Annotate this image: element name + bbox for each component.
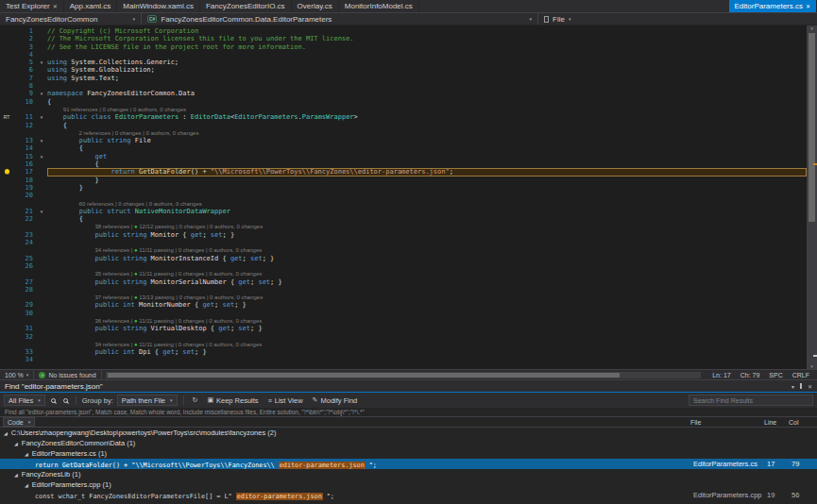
quick-actions-lightbulb-icon[interactable] (0, 168, 13, 176)
zoom-control[interactable]: 100 % ▾ (0, 370, 34, 379)
tracking-badge[interactable]: RT (0, 113, 13, 121)
scope-dropdown[interactable]: All Files ▾ (4, 395, 45, 406)
code-text[interactable]: { (47, 160, 807, 168)
codelens-text[interactable]: 34 references | ● 11/11 passing | 0 chan… (47, 246, 807, 254)
code-text[interactable]: public string MonitorInstanceId { get; s… (47, 255, 807, 262)
code-text[interactable]: using System.Collections.Generic; (47, 59, 807, 66)
list-view-button[interactable]: ≡ List View (265, 395, 306, 406)
find-result-row[interactable]: ◢FancyZonesEditorCommon\Data (1) (0, 438, 817, 448)
code-line: 12 { (0, 122, 807, 129)
find-result-row[interactable]: ◢EditorParameters.cpp (1) (0, 479, 817, 490)
modify-find-button[interactable]: ✎ Modify Find (310, 395, 361, 406)
tab-app-xaml-cs[interactable]: App.xaml.cs (64, 0, 118, 12)
code-text[interactable]: public string File (47, 137, 807, 144)
find-panel-header[interactable]: Find "editor-parameters.json" ▾ ✕ (0, 380, 817, 393)
codelens-text[interactable]: 60 references | 0 changes | 0 authors, 0… (47, 200, 807, 208)
code-editor[interactable]: 1// Copyright (c) Microsoft Corporation2… (0, 25, 817, 369)
code-token: class (91, 113, 111, 121)
fold-arrow-icon[interactable]: ▾ (36, 137, 47, 144)
keep-results-button[interactable]: ▣ Keep Results (204, 395, 261, 406)
code-text[interactable]: using System.Globalization; (47, 66, 807, 74)
codelens-text[interactable]: 91 references | 0 changes | 0 authors, 0… (47, 106, 807, 113)
modify-find-label: Modify Find (320, 396, 357, 405)
code-text[interactable]: public int Dpi { get; set; } (47, 348, 807, 356)
expand-arrow-icon[interactable]: ◢ (14, 441, 18, 446)
project-dropdown[interactable]: FancyZonesEditorCommon ▾ (0, 13, 142, 25)
vertical-scrollbar[interactable]: ▾ ▾ (807, 25, 817, 369)
search-find-results-input[interactable] (689, 395, 813, 406)
expand-arrow-icon[interactable]: ◢ (25, 482, 28, 488)
tab-close-icon[interactable]: ✕ (53, 3, 58, 9)
line-number: 14 (13, 144, 36, 152)
code-line: 1// Copyright (c) Microsoft Corporation (0, 27, 807, 35)
toolbar-separator (183, 395, 184, 405)
codelens-text[interactable]: 35 references | ● 11/11 passing | 0 chan… (47, 270, 807, 277)
fold-arrow-icon[interactable]: ▾ (36, 113, 47, 121)
fold-arrow-icon[interactable]: ▾ (36, 153, 47, 160)
tab-monitorinfomodel-cs[interactable]: MonitorInfoModel.cs (339, 0, 419, 12)
horizontal-scrollbar[interactable] (106, 372, 702, 378)
tab-close-icon[interactable]: ✕ (806, 3, 810, 9)
code-text[interactable]: public class EditorParameters : EditorDa… (47, 113, 807, 121)
find-result-row[interactable]: const wchar_t FancyZonesEditorParameters… (0, 490, 817, 500)
code-text[interactable]: public string Monitor { get; set; } (47, 231, 807, 239)
code-text[interactable]: using System.Text; (47, 75, 807, 82)
vertical-scrollbar-thumb[interactable] (808, 33, 815, 222)
column-header-col[interactable]: Col (789, 419, 814, 426)
code-text[interactable]: } (47, 184, 807, 192)
code-text[interactable]: // Copyright (c) Microsoft Corporation (47, 27, 807, 35)
member-dropdown[interactable]: File ▾ (538, 13, 817, 25)
code-area[interactable]: 1// Copyright (c) Microsoft Corporation2… (0, 25, 807, 369)
codelens-text[interactable]: 36 references | ● 11/11 passing | 0 chan… (47, 317, 807, 325)
tab-editorparameters-cs[interactable]: EditorParameters.cs ✕ (729, 0, 817, 12)
fold-arrow-icon[interactable]: ▾ (36, 90, 47, 97)
horizontal-scrollbar-thumb[interactable] (108, 373, 620, 378)
fold-arrow-icon[interactable]: ▾ (36, 59, 47, 66)
type-dropdown[interactable]: C# FancyZonesEditorCommon.Data.EditorPar… (142, 13, 538, 25)
codelens-text[interactable]: 38 references | ● 12/12 passing | 0 chan… (47, 223, 807, 230)
code-text[interactable]: namespace FancyZonesEditorCommon.Data (47, 90, 807, 97)
scrollbar-up-arrow-icon[interactable]: ▾ (807, 25, 817, 31)
expand-arrow-icon[interactable]: ◢ (4, 430, 8, 436)
code-text[interactable]: public string VirtualDesktop { get; set;… (47, 325, 807, 332)
pin-icon[interactable] (800, 383, 802, 389)
find-icon[interactable] (51, 398, 56, 403)
find-result-row[interactable]: ◢C:\Users\zhaopengwang\Desktop\powertoys… (0, 428, 817, 438)
code-text[interactable]: // See the LICENSE file in the project r… (47, 43, 807, 51)
code-text[interactable]: { (47, 215, 807, 223)
code-text[interactable]: public struct NativeMonitorDataWrapper (47, 208, 807, 215)
expand-arrow-icon[interactable]: ◢ (25, 451, 28, 457)
code-text[interactable]: public string MonitorSerialNumber { get;… (47, 278, 807, 286)
find-result-row[interactable]: ◢EditorParameters.cs (1) (0, 448, 817, 459)
code-text[interactable]: public int MonitorNumber { get; set; } (47, 301, 807, 309)
scrollbar-down-arrow-icon[interactable]: ▾ (807, 363, 817, 369)
tab-mainwindow-xaml-cs[interactable]: MainWindow.xaml.cs (117, 0, 200, 12)
code-text[interactable]: { (47, 122, 807, 129)
panel-close-icon[interactable]: ✕ (808, 383, 812, 390)
code-text[interactable]: get (47, 153, 807, 160)
code-filter-dropdown[interactable]: Code ▾ (3, 417, 35, 427)
tab-fancyzoneseditorio-cs[interactable]: FancyZonesEditorIO.cs (200, 0, 292, 12)
find-result-row[interactable]: return GetDataFolder() + "\\Microsoft\\P… (0, 459, 817, 469)
code-text[interactable]: { (47, 98, 807, 106)
refresh-button[interactable]: ↻ (190, 395, 201, 406)
code-text[interactable]: return GetDataFolder() + "\\Microsoft\\P… (47, 168, 807, 176)
codelens-text[interactable]: 37 references | ● 13/13 passing | 0 chan… (47, 294, 807, 301)
expand-arrow-icon[interactable]: ◢ (14, 472, 18, 478)
tests-passing-dot-icon: ● (134, 342, 138, 347)
find-result-row[interactable]: ◢FancyZonesLib (1) (0, 469, 817, 479)
window-position-icon[interactable]: ▾ (791, 383, 794, 390)
fold-arrow-icon[interactable]: ▾ (36, 208, 47, 215)
document-health-indicator[interactable]: ✓ No issues found (34, 370, 101, 379)
code-text[interactable]: } (47, 176, 807, 184)
column-header-file[interactable]: File (690, 419, 764, 426)
codelens-text[interactable]: 34 references | ● 11/11 passing | 0 chan… (47, 341, 807, 348)
codelens-text[interactable]: 2 references | 0 changes | 0 authors, 0 … (47, 129, 807, 137)
tab-test-explorer[interactable]: Test Explorer✕ (0, 0, 64, 12)
code-text[interactable]: // The Microsoft Corporation licenses th… (47, 35, 807, 42)
code-text[interactable]: { (47, 144, 807, 152)
group-by-dropdown[interactable]: Path then File ▾ (117, 395, 178, 406)
tab-overlay-cs[interactable]: Overlay.cs (292, 0, 339, 12)
column-header-line[interactable]: Line (764, 419, 789, 426)
find-in-files-icon[interactable] (63, 398, 68, 403)
